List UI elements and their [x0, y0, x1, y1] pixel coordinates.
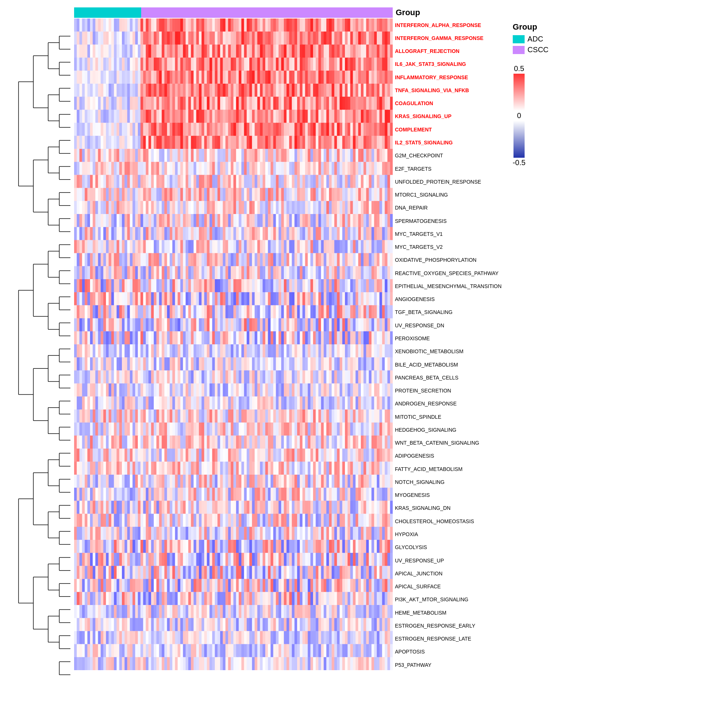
group-bar [74, 7, 393, 18]
heatmap-canvas-container [74, 19, 393, 672]
row-label-20: EPITHELIAL_MESENCHYMAL_TRANSITION [395, 280, 502, 293]
row-label-6: COAGULATION [395, 97, 502, 110]
row-label-29: ANDROGEN_RESPONSE [395, 397, 502, 410]
row-label-38: CHOLESTEROL_HOMEOSTASIS [395, 515, 502, 528]
row-label-48: APOPTOSIS [395, 645, 502, 658]
row-label-10: G2M_CHECKPOINT [395, 149, 502, 162]
row-label-13: MTORC1_SIGNALING [395, 188, 502, 201]
row-label-15: SPERMATOGENESIS [395, 214, 502, 227]
adc-label: ADC [527, 35, 543, 43]
row-label-25: XENOBIOTIC_METABOLISM [395, 345, 502, 358]
row-label-40: GLYCOLYSIS [395, 541, 502, 554]
row-label-46: ESTROGEN_RESPONSE_EARLY [395, 619, 502, 632]
row-label-30: MITOTIC_SPINDLE [395, 410, 502, 423]
row-label-41: UV_RESPONSE_UP [395, 554, 502, 567]
row-label-17: MYC_TARGETS_V2 [395, 241, 502, 254]
dendrogram-area [7, 30, 74, 696]
colorscale-mid-label: 0 [517, 111, 521, 120]
row-label-11: E2F_TARGETS [395, 162, 502, 175]
row-label-32: WNT_BETA_CATENIN_SIGNALING [395, 437, 502, 450]
row-label-19: REACTIVE_OXYGEN_SPECIES_PATHWAY [395, 267, 502, 280]
row-label-5: TNFA_SIGNALING_VIA_NFKB [395, 84, 502, 97]
cscc-swatch [513, 46, 524, 54]
adc-bar [74, 7, 141, 18]
row-label-8: COMPLEMENT [395, 123, 502, 136]
row-label-23: UV_RESPONSE_DN [395, 319, 502, 332]
heatmap-canvas [74, 19, 393, 670]
row-label-44: PI3K_AKT_MTOR_SIGNALING [395, 593, 502, 606]
row-label-27: PANCREAS_BETA_CELLS [395, 371, 502, 384]
row-label-0: INTERFERON_ALPHA_RESPONSE [395, 19, 502, 32]
colorscale-top-label: 0.5 [514, 65, 524, 73]
legend-item-adc: ADC [513, 35, 543, 43]
row-label-22: TGF_BETA_SIGNALING [395, 306, 502, 319]
row-label-12: UNFOLDED_PROTEIN_RESPONSE [395, 175, 502, 188]
row-label-49: P53_PATHWAY [395, 658, 502, 671]
row-label-28: PROTEIN_SECRETION [395, 384, 502, 397]
row-label-4: INFLAMMATORY_RESPONSE [395, 71, 502, 84]
adc-swatch [513, 35, 524, 43]
colorscale-bot-label: -0.5 [513, 159, 525, 167]
row-label-34: FATTY_ACID_METABOLISM [395, 463, 502, 476]
row-label-36: MYOGENESIS [395, 489, 502, 502]
row-label-16: MYC_TARGETS_V1 [395, 227, 502, 240]
row-label-37: KRAS_SIGNALING_DN [395, 502, 502, 515]
row-label-47: ESTROGEN_RESPONSE_LATE [395, 632, 502, 645]
row-label-43: APICAL_SURFACE [395, 580, 502, 593]
row-label-24: PEROXISOME [395, 332, 502, 345]
row-label-35: NOTCH_SIGNALING [395, 476, 502, 489]
row-label-45: HEME_METABOLISM [395, 606, 502, 619]
cscc-bar [141, 7, 393, 18]
group-bar-container: Group [74, 7, 721, 18]
row-label-26: BILE_ACID_METABOLISM [395, 358, 502, 371]
colorscale-container: 0.5 0 -0.5 [513, 64, 525, 168]
legend-item-cscc: CSCC [513, 46, 549, 54]
legend-title: Group [513, 22, 537, 32]
colorscale-bar-bottom [513, 121, 524, 158]
row-label-39: HYPOXIA [395, 528, 502, 541]
row-label-14: DNA_REPAIR [395, 202, 502, 214]
row-label-42: APICAL_JUNCTION [395, 567, 502, 580]
group-bar-label: Group [396, 8, 420, 17]
row-label-31: HEDGEHOG_SIGNALING [395, 423, 502, 436]
row-labels: INTERFERON_ALPHA_RESPONSEINTERFERON_GAMM… [395, 19, 502, 672]
row-label-1: INTERFERON_GAMMA_RESPONSE [395, 32, 502, 45]
heatmap-and-labels: INTERFERON_ALPHA_RESPONSEINTERFERON_GAMM… [74, 19, 721, 672]
colorscale-bar [513, 74, 524, 111]
row-label-7: KRAS_SIGNALING_UP [395, 110, 502, 123]
row-label-33: ADIPOGENESIS [395, 450, 502, 463]
legend-area: Group ADC CSCC 0.5 0 -0.5 [513, 19, 549, 672]
row-label-3: IL6_JAK_STAT3_SIGNALING [395, 58, 502, 71]
main-container: Group INTERFERON_ALPHA_RESPONSEINTERFERO… [0, 0, 728, 702]
row-label-2: ALLOGRAFT_REJECTION [395, 45, 502, 58]
heatmap-section: Group INTERFERON_ALPHA_RESPONSEINTERFERO… [74, 7, 721, 695]
row-label-9: IL2_STAT5_SIGNALING [395, 136, 502, 149]
cscc-label: CSCC [527, 46, 549, 54]
row-label-18: OXIDATIVE_PHOSPHORYLATION [395, 254, 502, 267]
dendrogram-svg [7, 30, 74, 696]
row-label-21: ANGIOGENESIS [395, 293, 502, 306]
